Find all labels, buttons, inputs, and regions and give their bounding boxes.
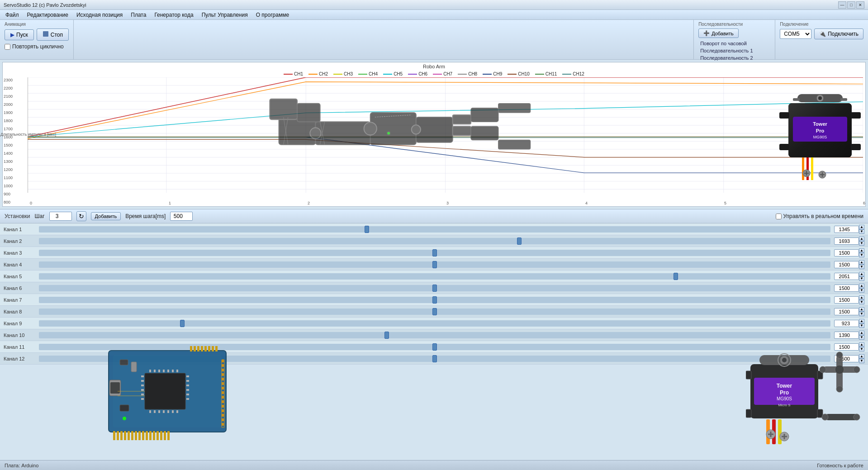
step-input[interactable] — [49, 212, 72, 221]
channel-4-spin-down[interactable]: ▼ — [859, 265, 864, 269]
connect-label: Подключить — [828, 31, 859, 37]
channel-3-spinners: ▲ ▼ — [859, 248, 864, 257]
channel-7-spin-up[interactable]: ▲ — [859, 295, 864, 300]
menu-home-position[interactable]: Исходная позиция — [73, 11, 126, 19]
repeat-checkbox[interactable] — [5, 44, 10, 50]
step-time-input[interactable] — [170, 212, 193, 221]
seq-item-0[interactable]: Поворот по часовой — [698, 40, 770, 47]
channel-11-spin-up[interactable]: ▲ — [859, 342, 864, 347]
channel-6-spin-up[interactable]: ▲ — [859, 284, 864, 288]
channel-12-value[interactable] — [834, 355, 859, 362]
channel-9-label: Канал 9 — [4, 321, 35, 326]
channel-9-spin-up[interactable]: ▲ — [859, 319, 864, 323]
channel-11-spin-down[interactable]: ▼ — [859, 347, 864, 351]
legend-ch3: CH3 — [333, 71, 353, 76]
channel-5-spin-down[interactable]: ▼ — [859, 276, 864, 281]
channel-4-spin-up[interactable]: ▲ — [859, 260, 864, 265]
channel-row-2: Канал 2 ▲ ▼ — [0, 235, 868, 247]
channel-4-value[interactable] — [834, 261, 859, 268]
channel-6-slider[interactable] — [39, 285, 830, 291]
seq-item-1[interactable]: Последовательность 1 — [698, 47, 770, 54]
menu-remote-control[interactable]: Пульт Управления — [198, 11, 251, 19]
channel-2-spin-down[interactable]: ▼ — [859, 241, 864, 246]
status-bar: Плата: Arduino Готовность к работе — [0, 460, 868, 470]
com-port-select[interactable]: COM5 COM1 COM2 COM3 COM4 COM6 — [780, 29, 811, 39]
stop-label: Стоп — [51, 32, 63, 38]
channel-3-label: Канал 3 — [4, 250, 35, 256]
legend-ch9: CH9 — [483, 71, 502, 76]
animation-controls: ▶ Пуск Стоп — [5, 28, 69, 41]
add-step-button[interactable]: Добавить — [91, 212, 121, 220]
channel-7-value[interactable] — [834, 296, 859, 304]
channel-1-slider[interactable] — [39, 226, 830, 233]
play-label: Пуск — [16, 32, 28, 38]
channel-8-spin-down[interactable]: ▼ — [859, 312, 864, 316]
close-button[interactable]: ✕ — [856, 1, 864, 9]
channel-6-value[interactable] — [834, 285, 859, 292]
repeat-label: Повторять циклично — [12, 43, 64, 50]
channel-7-spin-down[interactable]: ▼ — [859, 300, 864, 304]
channel-10-spinners: ▲ ▼ — [859, 331, 864, 340]
channel-2-value[interactable] — [834, 237, 859, 245]
add-sequence-button[interactable]: ➕ Добавить — [698, 28, 739, 38]
channel-3-spin-down[interactable]: ▼ — [859, 253, 864, 257]
channel-11-label: Канал 11 — [4, 344, 35, 350]
channel-2-slider[interactable] — [39, 238, 830, 244]
channel-3-value[interactable] — [834, 249, 859, 256]
channel-1-spin-up[interactable]: ▲ — [859, 225, 864, 229]
channel-5-spin-up[interactable]: ▲ — [859, 272, 864, 276]
channel-9-slider[interactable] — [39, 320, 830, 327]
channel-10-slider[interactable] — [39, 332, 830, 338]
connection-label: Подключение — [780, 22, 863, 27]
legend-ch10: CH10 — [508, 71, 530, 76]
channel-1-value[interactable] — [834, 226, 859, 233]
legend-ch8: CH8 — [458, 71, 477, 76]
stop-button[interactable]: Стоп — [37, 28, 69, 41]
channel-12-spin-up[interactable]: ▲ — [859, 354, 864, 359]
menu-edit[interactable]: Редактирование — [24, 11, 72, 19]
menu-board[interactable]: Плата — [127, 11, 150, 19]
channel-11-value[interactable] — [834, 343, 859, 351]
channel-12-slider[interactable] — [39, 356, 830, 362]
channel-1-spin-down[interactable]: ▼ — [859, 229, 864, 234]
channel-5-value[interactable] — [834, 273, 859, 280]
channel-11-slider[interactable] — [39, 344, 830, 350]
play-button[interactable]: ▶ Пуск — [5, 29, 34, 40]
channel-row-9: Канал 9 ▲ ▼ — [0, 318, 868, 329]
channel-8-value[interactable] — [834, 308, 859, 315]
channel-10-value[interactable] — [834, 332, 859, 339]
menu-file[interactable]: Файл — [2, 11, 23, 19]
minimize-button[interactable]: — — [838, 1, 846, 9]
channel-9-value[interactable] — [834, 320, 859, 327]
step-label: Шаг — [34, 213, 44, 219]
maximize-button[interactable]: □ — [847, 1, 855, 9]
channel-12-spin-down[interactable]: ▼ — [859, 359, 864, 363]
channel-row-1: Канал 1 ▲ ▼ — [0, 223, 868, 235]
channel-4-slider[interactable] — [39, 261, 830, 268]
sequences-panel: Последовательности ➕ Добавить Поворот по… — [693, 20, 775, 59]
realtime-checkbox[interactable] — [776, 214, 782, 219]
channel-2-spin-up[interactable]: ▲ — [859, 237, 864, 241]
channel-9-spin-down[interactable]: ▼ — [859, 323, 864, 328]
svg-rect-0 — [43, 31, 48, 37]
channel-6-spin-down[interactable]: ▼ — [859, 288, 864, 293]
channel-10-spin-up[interactable]: ▲ — [859, 331, 864, 335]
channel-5-slider[interactable] — [39, 273, 830, 280]
channel-3-spin-up[interactable]: ▲ — [859, 248, 864, 253]
channel-7-slider[interactable] — [39, 297, 830, 303]
channel-8-slider[interactable] — [39, 309, 830, 315]
channel-3-slider[interactable] — [39, 250, 830, 256]
legend-ch7: CH7 — [433, 71, 452, 76]
settings-bar: Установки Шаг ↻ Добавить Время шага[ms] … — [0, 209, 868, 223]
menu-code-generator[interactable]: Генератор кода — [151, 11, 197, 19]
animation-panel: Анимация ▶ Пуск Стоп Повторять циклично — [0, 20, 74, 59]
channel-8-spin-up[interactable]: ▲ — [859, 307, 864, 312]
menu-about[interactable]: О программе — [252, 11, 293, 19]
channel-row-6: Канал 6 ▲ ▼ — [0, 282, 868, 294]
channel-1-spinners: ▲ ▼ — [859, 225, 864, 234]
refresh-button[interactable]: ↻ — [76, 211, 86, 221]
connect-button[interactable]: 🔌 Подключить — [814, 28, 863, 39]
channel-row-4: Канал 4 ▲ ▼ — [0, 259, 868, 271]
channel-10-spin-down[interactable]: ▼ — [859, 335, 864, 340]
channel-8-spinners: ▲ ▼ — [859, 307, 864, 316]
